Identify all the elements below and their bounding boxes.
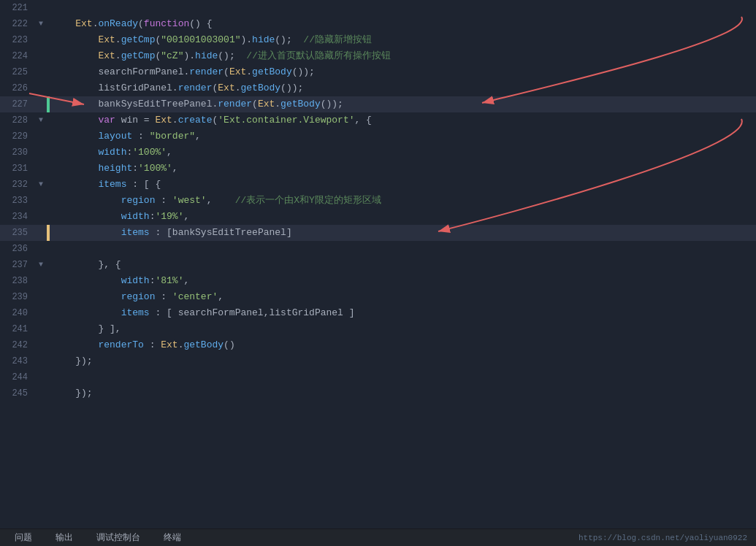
token-punc: .	[115, 50, 121, 61]
token-plain	[53, 131, 98, 142]
fold-icon[interactable]	[35, 369, 47, 385]
code-line: 233 region : 'west', //表示一个由X和Y限定的矩形区域	[0, 193, 756, 209]
status-tab[interactable]: 输出	[50, 530, 79, 545]
fold-icon[interactable]	[35, 209, 47, 225]
token-plain: searchFormPanel	[98, 66, 183, 77]
fold-icon[interactable]	[35, 48, 47, 64]
code-line: 241 } ],	[0, 321, 756, 337]
token-plain	[53, 211, 121, 222]
code-line: 239 region : 'center',	[0, 289, 756, 305]
code-line: 226 listGridPanel.render(Ext.getBody());	[0, 80, 756, 96]
token-plain: :	[144, 339, 161, 350]
token-fn: getBody	[241, 82, 281, 93]
line-number: 244	[0, 369, 35, 385]
line-number: 233	[0, 193, 35, 209]
token-plain	[53, 179, 98, 190]
code-content: region : 'west', //表示一个由X和Y限定的矩形区域	[50, 193, 756, 209]
token-plain	[53, 195, 121, 206]
token-plain: : [	[150, 307, 178, 318]
fold-icon[interactable]	[35, 80, 47, 96]
code-content: renderTo : Ext.getBody()	[50, 337, 756, 353]
token-punc: }, {	[98, 259, 121, 270]
fold-icon[interactable]	[35, 225, 47, 241]
token-str: '19%'	[155, 211, 183, 222]
line-number: 223	[0, 32, 35, 48]
fold-icon[interactable]: ▼	[35, 257, 47, 273]
token-prop: width	[121, 275, 150, 286]
fold-icon[interactable]	[35, 385, 47, 401]
token-plain: bankSysEditTreePanel	[98, 99, 212, 109]
token-punc: ,	[218, 291, 224, 302]
token-prop: region	[121, 195, 156, 206]
code-line: 224 Ext.getCmp("cZ").hide(); //进入首页默认隐藏所…	[0, 48, 756, 64]
token-plain	[53, 163, 98, 174]
status-tab[interactable]: 调试控制台	[91, 530, 146, 545]
status-url: https://blog.csdn.net/yaoliyuan0922	[579, 534, 747, 542]
token-plain	[53, 99, 98, 109]
token-prop: items	[98, 179, 126, 190]
token-str: 'west'	[172, 195, 207, 206]
code-content: region : 'center',	[50, 289, 756, 305]
line-number: 230	[0, 145, 35, 161]
fold-icon[interactable]	[35, 353, 47, 369]
token-str: "border"	[150, 131, 195, 142]
fold-icon[interactable]	[35, 0, 47, 16]
line-number: 224	[0, 48, 35, 64]
token-cmt-cn: //隐藏新增按钮	[303, 34, 372, 45]
token-fn: render	[189, 66, 224, 77]
line-number: 239	[0, 289, 35, 305]
fold-icon[interactable]	[35, 289, 47, 305]
token-str: '100%'	[138, 163, 172, 174]
token-plain: ,	[207, 195, 235, 206]
token-prop: items	[121, 307, 150, 318]
token-punc: (	[138, 18, 144, 29]
token-plain	[53, 291, 121, 302]
token-punc: ()	[224, 339, 235, 350]
fold-icon[interactable]	[35, 128, 47, 145]
code-content	[50, 241, 756, 257]
fold-icon[interactable]	[35, 305, 47, 321]
fold-icon[interactable]	[35, 64, 47, 80]
status-tab[interactable]: 问题	[9, 530, 38, 545]
line-number: 232	[0, 177, 35, 193]
fold-icon[interactable]: ▼	[35, 16, 47, 32]
code-content: items : [ searchFormPanel,listGridPanel …	[50, 305, 756, 321]
token-punc: });	[75, 388, 92, 399]
token-plain	[53, 388, 75, 399]
editor-area: 221222▼ Ext.onReady(function() {223 Ext.…	[0, 0, 756, 546]
token-plain	[53, 18, 75, 29]
token-plain: : [ {	[126, 179, 161, 190]
status-tab[interactable]: 终端	[158, 530, 187, 545]
code-content: Ext.onReady(function() {	[50, 16, 756, 32]
code-content: width:'19%',	[50, 209, 756, 225]
fold-icon[interactable]: ▼	[35, 177, 47, 193]
code-line: 231 height:'100%',	[0, 161, 756, 177]
fold-icon[interactable]	[35, 273, 47, 289]
token-punc: ());	[292, 66, 315, 77]
token-kw: function	[144, 18, 189, 29]
fold-icon[interactable]	[35, 321, 47, 337]
line-number: 222	[0, 16, 35, 32]
code-content: } ],	[50, 321, 756, 337]
token-plain	[53, 147, 98, 158]
token-plain	[53, 66, 98, 77]
token-plain: ,	[264, 307, 270, 318]
token-punc: (	[224, 66, 229, 77]
token-punc: } ],	[98, 323, 121, 334]
token-plain: listGridPanel	[98, 82, 172, 93]
fold-icon[interactable]	[35, 96, 47, 112]
code-content: }, {	[50, 257, 756, 273]
fold-icon[interactable]: ▼	[35, 112, 47, 128]
token-punc: ,	[167, 147, 172, 158]
code-content: Ext.getCmp("001001003001").hide(); //隐藏新…	[50, 32, 756, 48]
fold-icon[interactable]	[35, 193, 47, 209]
token-fn: create	[178, 115, 213, 126]
token-punc: ,	[195, 131, 201, 142]
fold-icon[interactable]	[35, 337, 47, 353]
fold-icon[interactable]	[35, 32, 47, 48]
fold-icon[interactable]	[35, 161, 47, 177]
fold-icon[interactable]	[35, 145, 47, 161]
fold-icon[interactable]	[35, 241, 47, 257]
token-ext: Ext	[98, 50, 115, 61]
token-ext: Ext	[258, 99, 275, 109]
